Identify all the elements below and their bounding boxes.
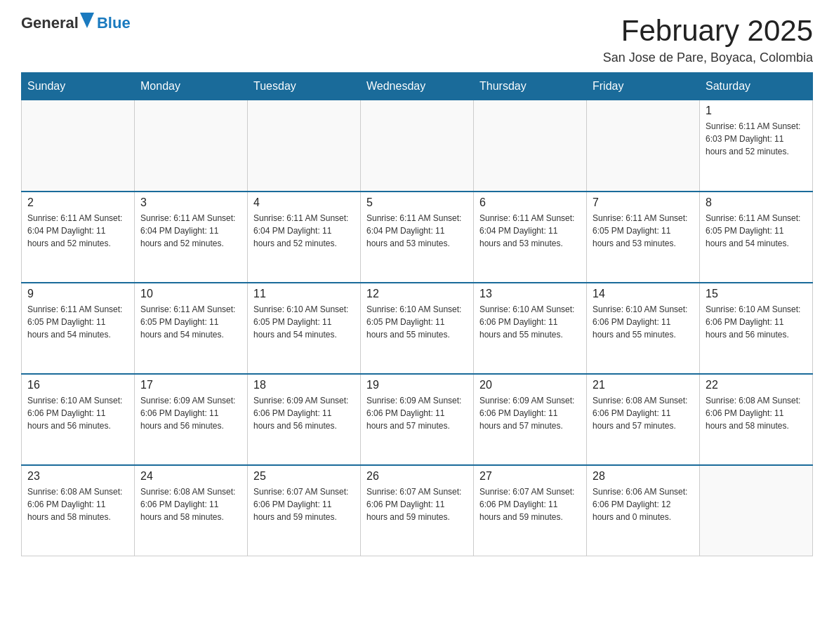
calendar-cell: 26Sunrise: 6:07 AM Sunset: 6:06 PM Dayli… (361, 465, 474, 556)
day-info: Sunrise: 6:09 AM Sunset: 6:06 PM Dayligh… (366, 394, 468, 432)
day-number: 10 (140, 288, 241, 300)
day-info: Sunrise: 6:11 AM Sunset: 6:03 PM Dayligh… (706, 120, 807, 158)
calendar-cell: 25Sunrise: 6:07 AM Sunset: 6:06 PM Dayli… (248, 465, 361, 556)
calendar-cell: 13Sunrise: 6:10 AM Sunset: 6:06 PM Dayli… (474, 283, 587, 374)
day-number: 16 (27, 379, 128, 391)
day-info: Sunrise: 6:10 AM Sunset: 6:06 PM Dayligh… (27, 394, 128, 432)
day-info: Sunrise: 6:10 AM Sunset: 6:06 PM Dayligh… (593, 303, 694, 341)
day-info: Sunrise: 6:10 AM Sunset: 6:06 PM Dayligh… (479, 303, 581, 341)
calendar-cell: 12Sunrise: 6:10 AM Sunset: 6:05 PM Dayli… (361, 283, 474, 374)
calendar-cell: 8Sunrise: 6:11 AM Sunset: 6:05 PM Daylig… (700, 192, 813, 283)
day-number: 12 (366, 288, 468, 300)
day-number: 22 (706, 379, 807, 391)
day-number: 23 (27, 470, 128, 483)
calendar-cell: 7Sunrise: 6:11 AM Sunset: 6:05 PM Daylig… (587, 192, 700, 283)
day-info: Sunrise: 6:09 AM Sunset: 6:06 PM Dayligh… (140, 394, 241, 432)
page-header: General Blue February 2025 San Jose de P… (21, 14, 813, 65)
day-info: Sunrise: 6:11 AM Sunset: 6:05 PM Dayligh… (27, 303, 128, 341)
calendar-header-row: Sunday Monday Tuesday Wednesday Thursday… (22, 73, 813, 100)
day-info: Sunrise: 6:11 AM Sunset: 6:04 PM Dayligh… (366, 212, 468, 250)
day-number: 27 (479, 470, 581, 483)
calendar-cell: 6Sunrise: 6:11 AM Sunset: 6:04 PM Daylig… (474, 192, 587, 283)
svg-marker-0 (80, 13, 94, 28)
day-info: Sunrise: 6:09 AM Sunset: 6:06 PM Dayligh… (479, 394, 581, 432)
day-number: 1 (706, 105, 807, 117)
col-thursday: Thursday (474, 73, 587, 100)
calendar-cell: 4Sunrise: 6:11 AM Sunset: 6:04 PM Daylig… (248, 192, 361, 283)
calendar-cell (22, 100, 135, 192)
calendar-cell: 14Sunrise: 6:10 AM Sunset: 6:06 PM Dayli… (587, 283, 700, 374)
week-row-5: 23Sunrise: 6:08 AM Sunset: 6:06 PM Dayli… (22, 465, 813, 556)
logo-arrow-icon (80, 13, 94, 28)
day-info: Sunrise: 6:08 AM Sunset: 6:06 PM Dayligh… (27, 485, 128, 523)
month-year-title: February 2025 (603, 14, 813, 48)
day-number: 18 (253, 379, 355, 391)
day-number: 2 (27, 196, 128, 209)
calendar-cell: 22Sunrise: 6:08 AM Sunset: 6:06 PM Dayli… (700, 374, 813, 465)
day-number: 13 (479, 288, 581, 300)
day-number: 17 (140, 379, 241, 391)
day-number: 28 (593, 470, 694, 483)
calendar-cell (587, 100, 700, 192)
day-info: Sunrise: 6:07 AM Sunset: 6:06 PM Dayligh… (479, 485, 581, 523)
calendar-cell: 28Sunrise: 6:06 AM Sunset: 6:06 PM Dayli… (587, 465, 700, 556)
day-number: 9 (27, 288, 128, 300)
calendar-cell: 16Sunrise: 6:10 AM Sunset: 6:06 PM Dayli… (22, 374, 135, 465)
day-number: 20 (479, 379, 581, 391)
calendar-cell: 20Sunrise: 6:09 AM Sunset: 6:06 PM Dayli… (474, 374, 587, 465)
calendar-cell: 2Sunrise: 6:11 AM Sunset: 6:04 PM Daylig… (22, 192, 135, 283)
calendar-cell: 18Sunrise: 6:09 AM Sunset: 6:06 PM Dayli… (248, 374, 361, 465)
week-row-4: 16Sunrise: 6:10 AM Sunset: 6:06 PM Dayli… (22, 374, 813, 465)
day-number: 7 (593, 196, 694, 209)
calendar-cell: 24Sunrise: 6:08 AM Sunset: 6:06 PM Dayli… (135, 465, 248, 556)
day-number: 26 (366, 470, 468, 483)
col-tuesday: Tuesday (248, 73, 361, 100)
day-number: 8 (706, 196, 807, 209)
calendar-cell (474, 100, 587, 192)
calendar-cell: 5Sunrise: 6:11 AM Sunset: 6:04 PM Daylig… (361, 192, 474, 283)
day-number: 25 (253, 470, 355, 483)
day-number: 15 (706, 288, 807, 300)
day-info: Sunrise: 6:11 AM Sunset: 6:05 PM Dayligh… (706, 212, 807, 250)
col-sunday: Sunday (22, 73, 135, 100)
day-number: 6 (479, 196, 581, 209)
calendar-cell: 27Sunrise: 6:07 AM Sunset: 6:06 PM Dayli… (474, 465, 587, 556)
calendar-cell: 10Sunrise: 6:11 AM Sunset: 6:05 PM Dayli… (135, 283, 248, 374)
calendar-cell: 3Sunrise: 6:11 AM Sunset: 6:04 PM Daylig… (135, 192, 248, 283)
day-number: 14 (593, 288, 694, 300)
calendar-cell (361, 100, 474, 192)
col-saturday: Saturday (700, 73, 813, 100)
week-row-3: 9Sunrise: 6:11 AM Sunset: 6:05 PM Daylig… (22, 283, 813, 374)
col-friday: Friday (587, 73, 700, 100)
day-info: Sunrise: 6:06 AM Sunset: 6:06 PM Dayligh… (593, 485, 694, 523)
day-number: 21 (593, 379, 694, 391)
logo-blue: Blue (97, 14, 131, 32)
day-info: Sunrise: 6:11 AM Sunset: 6:04 PM Dayligh… (140, 212, 241, 250)
calendar-cell: 15Sunrise: 6:10 AM Sunset: 6:06 PM Dayli… (700, 283, 813, 374)
col-wednesday: Wednesday (361, 73, 474, 100)
week-row-1: 1Sunrise: 6:11 AM Sunset: 6:03 PM Daylig… (22, 100, 813, 192)
col-monday: Monday (135, 73, 248, 100)
day-info: Sunrise: 6:07 AM Sunset: 6:06 PM Dayligh… (366, 485, 468, 523)
day-info: Sunrise: 6:08 AM Sunset: 6:06 PM Dayligh… (706, 394, 807, 432)
day-info: Sunrise: 6:11 AM Sunset: 6:04 PM Dayligh… (479, 212, 581, 250)
day-info: Sunrise: 6:09 AM Sunset: 6:06 PM Dayligh… (253, 394, 355, 432)
location-subtitle: San Jose de Pare, Boyaca, Colombia (603, 51, 813, 65)
calendar-cell: 19Sunrise: 6:09 AM Sunset: 6:06 PM Dayli… (361, 374, 474, 465)
day-number: 5 (366, 196, 468, 209)
calendar-table: Sunday Monday Tuesday Wednesday Thursday… (21, 72, 813, 556)
calendar-cell: 11Sunrise: 6:10 AM Sunset: 6:05 PM Dayli… (248, 283, 361, 374)
day-number: 24 (140, 470, 241, 483)
day-info: Sunrise: 6:07 AM Sunset: 6:06 PM Dayligh… (253, 485, 355, 523)
day-info: Sunrise: 6:10 AM Sunset: 6:05 PM Dayligh… (253, 303, 355, 341)
day-number: 19 (366, 379, 468, 391)
day-number: 4 (253, 196, 355, 209)
title-section: February 2025 San Jose de Pare, Boyaca, … (603, 14, 813, 65)
day-info: Sunrise: 6:11 AM Sunset: 6:04 PM Dayligh… (253, 212, 355, 250)
calendar-cell: 17Sunrise: 6:09 AM Sunset: 6:06 PM Dayli… (135, 374, 248, 465)
week-row-2: 2Sunrise: 6:11 AM Sunset: 6:04 PM Daylig… (22, 192, 813, 283)
day-number: 3 (140, 196, 241, 209)
calendar-cell: 9Sunrise: 6:11 AM Sunset: 6:05 PM Daylig… (22, 283, 135, 374)
day-info: Sunrise: 6:08 AM Sunset: 6:06 PM Dayligh… (593, 394, 694, 432)
calendar-cell (700, 465, 813, 556)
